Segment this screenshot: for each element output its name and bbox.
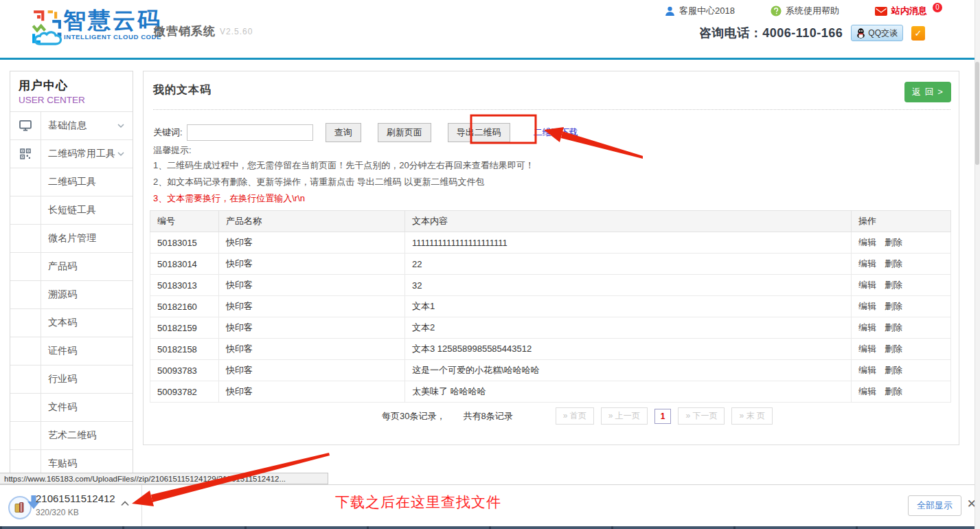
sidebar-item-label: 基础信息	[48, 120, 117, 132]
edit-link[interactable]: 编辑	[858, 301, 876, 311]
keyword-label: 关键词:	[153, 126, 183, 139]
qq-chat-label: QQ交谈	[868, 27, 898, 39]
envelope-icon	[875, 7, 887, 16]
sidebar-item-industry-code[interactable]: 行业码	[10, 365, 133, 393]
edit-link[interactable]: 编辑	[858, 386, 876, 396]
sidebar-item-micro-card[interactable]: 微名片管理	[10, 224, 133, 252]
qq-verified-shield-icon: ✓	[911, 26, 925, 41]
sidebar-item-text-code[interactable]: 文本码	[10, 308, 133, 337]
delete-link[interactable]: 删除	[885, 301, 902, 311]
refresh-button[interactable]: 刷新页面	[378, 123, 431, 142]
sidebar-item-qr-tools-group[interactable]: 二维码常用工具	[10, 139, 133, 168]
system-version: V2.5.60	[220, 27, 253, 36]
cell-content: 文本1	[405, 296, 852, 317]
table-row: 50182160 快印客 文本1 编辑删除	[150, 296, 951, 317]
monitor-icon	[10, 112, 41, 139]
search-button[interactable]: 查询	[326, 123, 361, 142]
cell-id: 50093783	[150, 360, 219, 381]
table-row: 50093783 快印客 这是一个可爱的小花糕\哈哈哈哈 编辑删除	[150, 360, 951, 381]
table-header-row: 编号 产品名称 文本内容 操作	[150, 211, 951, 232]
edit-link[interactable]: 编辑	[858, 258, 876, 269]
show-all-downloads-button[interactable]: 全部显示	[908, 495, 961, 516]
sidebar-item-basic-info[interactable]: 基础信息	[10, 111, 133, 139]
help-icon	[771, 5, 782, 16]
table-row: 50182158 快印客 文本3 1258589985585443512 编辑删…	[150, 339, 951, 360]
cell-content: 这是一个可爱的小花糕\哈哈哈哈	[405, 360, 852, 381]
last-page-button[interactable]: » 末 页	[731, 407, 772, 425]
edit-link[interactable]: 编辑	[858, 344, 876, 354]
delete-link[interactable]: 删除	[885, 322, 902, 333]
sidebar-item-id-code[interactable]: 证件码	[10, 337, 133, 365]
first-page-button[interactable]: » 首页	[556, 407, 594, 425]
delete-link[interactable]: 删除	[885, 344, 902, 354]
download-filename[interactable]: 21061511512412	[36, 493, 115, 504]
col-header-id: 编号	[150, 211, 219, 232]
delete-link[interactable]: 删除	[885, 280, 902, 290]
download-item-menu-chevron-icon[interactable]	[121, 501, 129, 506]
sidebar-item-file-code[interactable]: 文件码	[10, 393, 133, 421]
sidebar-item-shortlink-tool[interactable]: 长短链工具	[10, 196, 133, 224]
delete-link[interactable]: 删除	[885, 258, 902, 269]
sidebar-subtitle: USER CENTER	[19, 95, 133, 105]
cell-product: 快印客	[219, 317, 405, 339]
cell-id: 50182158	[150, 339, 219, 360]
edit-link[interactable]: 编辑	[858, 365, 876, 375]
sidebar-item-art-qr[interactable]: 艺术二维码	[10, 421, 133, 449]
per-page-label: 每页30条记录，	[382, 410, 445, 423]
downloaded-file-icon[interactable]	[8, 496, 32, 519]
edit-link[interactable]: 编辑	[858, 237, 876, 247]
prev-page-button[interactable]: » 上一页	[601, 407, 648, 425]
delete-link[interactable]: 删除	[885, 386, 902, 396]
download-bar: 21061511512412 320/320 KB 下载之后在这里查找文件 全部…	[0, 484, 980, 526]
cell-content: 1111111111111111111111	[405, 232, 852, 254]
back-button[interactable]: 返 回 >	[904, 82, 951, 102]
keyword-input[interactable]	[187, 124, 313, 141]
table-row: 50093782 快印客 太美味了 哈哈哈哈 编辑删除	[150, 381, 951, 403]
cell-content: 文本3 1258589985585443512	[405, 339, 852, 360]
sidebar-item-trace-code[interactable]: 溯源码	[10, 280, 133, 308]
help-link[interactable]: 系统使用帮助	[771, 5, 839, 17]
table-row: 50183014 快印客 22 编辑删除	[150, 254, 951, 275]
cell-product: 快印客	[219, 339, 405, 360]
sidebar-item-car-sticker-code[interactable]: 车贴码	[10, 449, 133, 474]
cell-content: 太美味了 哈哈哈哈	[405, 381, 852, 403]
qr-code-icon	[10, 140, 41, 168]
scrollbar-track[interactable]	[975, 0, 980, 529]
edit-link[interactable]: 编辑	[858, 280, 876, 290]
cell-actions: 编辑删除	[852, 339, 951, 360]
help-label: 系统使用帮助	[786, 5, 839, 17]
cell-id: 50093782	[150, 381, 219, 403]
cell-product: 快印客	[219, 254, 405, 275]
qq-penguin-icon	[856, 28, 865, 38]
brand-subtitle: INTELLIGENT CLOUD CODE	[64, 33, 161, 41]
qr-download-link[interactable]: 二维码下载	[534, 126, 578, 139]
phone-number: 咨询电话：4006-110-166	[699, 25, 843, 41]
scrollbar-thumb[interactable]	[975, 62, 979, 165]
sidebar-header: 用户中心 USER CENTER	[10, 71, 133, 111]
sidebar-item-label: 文件码	[48, 401, 133, 414]
service-center-link[interactable]: 客服中心2018	[665, 5, 735, 17]
col-header-content: 文本内容	[405, 211, 852, 232]
next-page-button[interactable]: » 下一页	[678, 407, 725, 425]
brand-title: 智慧云码	[63, 9, 162, 32]
cell-actions: 编辑删除	[852, 296, 951, 317]
sidebar-title: 用户中心	[19, 78, 133, 93]
edit-link[interactable]: 编辑	[858, 322, 876, 333]
sidebar-item-qr-tool[interactable]: 二维码工具	[10, 168, 133, 196]
sidebar: 用户中心 USER CENTER 基础信息 二维码常用工具 二维码工具 长短链工…	[10, 71, 133, 474]
sidebar-item-label: 行业码	[48, 373, 133, 385]
text-code-table: 编号 产品名称 文本内容 操作 50183015 快印客 11111111111…	[150, 210, 951, 403]
chevron-down-icon	[117, 124, 124, 128]
delete-link[interactable]: 删除	[885, 365, 902, 375]
cell-actions: 编辑删除	[852, 254, 951, 275]
delete-link[interactable]: 删除	[885, 237, 902, 247]
pagination: 每页30条记录， 共有8条记录 » 首页 » 上一页 1 » 下一页 » 末 页	[382, 407, 773, 425]
qq-chat-button[interactable]: QQ交谈	[851, 25, 903, 41]
cell-actions: 编辑删除	[852, 232, 951, 254]
brand-logo-icon	[31, 8, 62, 48]
header-contact: 咨询电话：4006-110-166 QQ交谈 ✓	[699, 25, 925, 41]
chevron-down-icon	[117, 152, 124, 157]
messages-link[interactable]: 站内消息 0	[875, 5, 942, 17]
sidebar-item-product-code[interactable]: 产品码	[10, 252, 133, 280]
export-qr-button[interactable]: 导出二维码	[448, 123, 510, 142]
